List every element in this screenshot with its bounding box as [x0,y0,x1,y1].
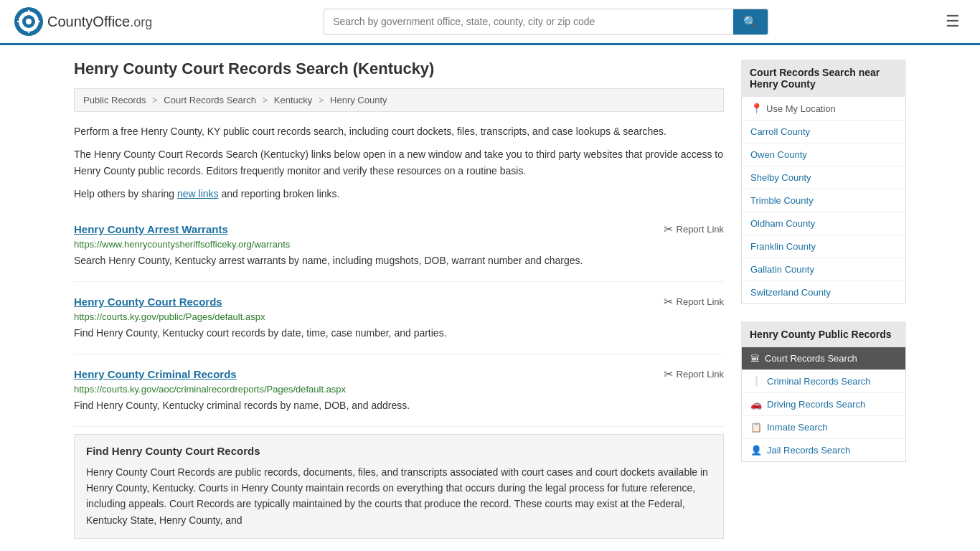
sidebar-item-trimble-county[interactable]: Trimble County [742,189,905,212]
content-area: Henry County Court Records Search (Kentu… [74,60,724,539]
find-section: Find Henry County Court Records Henry Co… [74,434,724,540]
sidebar-public-records-list: 🏛 Court Records Search ❕ Criminal Record… [741,347,906,462]
sidebar-item-shelby-county[interactable]: Shelby County [742,166,905,189]
sidebar-public-records-section: Henry County Public Records 🏛 Court Reco… [741,321,906,462]
sidebar-item-court-records-search[interactable]: 🏛 Court Records Search [742,347,905,370]
sidebar-item-driving-records-search[interactable]: 🚗 Driving Records Search [742,393,905,416]
record-entry-criminal-records: Henry County Criminal Records ✂ Report L… [74,354,724,427]
driving-records-search-icon: 🚗 [750,399,762,410]
report-link-label-court: Report Link [677,296,724,307]
report-icon: ✂ [664,222,673,236]
location-dot-icon: 📍 [750,103,763,114]
sidebar-use-location[interactable]: 📍 Use My Location [742,97,905,121]
sidebar-item-oldham-county[interactable]: Oldham County [742,212,905,235]
records-list: Henry County Arrest Warrants ✂ Report Li… [74,209,724,427]
svg-rect-5 [28,29,29,33]
record-title-arrest-warrants[interactable]: Henry County Arrest Warrants [74,223,228,235]
record-url-court-records: https://courts.ky.gov/public/Pages/defau… [74,311,724,322]
search-bar: 🔍 [324,9,768,35]
report-link-court-records[interactable]: ✂ Report Link [664,295,724,309]
svg-rect-6 [17,21,22,22]
sidebar-item-criminal-records-search[interactable]: ❕ Criminal Records Search [742,370,905,393]
svg-point-3 [26,19,32,24]
report-icon-court: ✂ [664,295,673,309]
sidebar: Court Records Search near Henry County 📍… [741,60,906,539]
record-title-criminal-records[interactable]: Henry County Criminal Records [74,368,237,380]
breadcrumb-public-records[interactable]: Public Records [83,95,146,105]
record-desc-criminal-records: Find Henry County, Kentucky criminal rec… [74,398,724,413]
sidebar-nearby-heading: Court Records Search near Henry County [741,60,906,97]
breadcrumb-court-records-search[interactable]: Court Records Search [164,95,256,105]
sidebar-item-gallatin-county[interactable]: Gallatin County [742,258,905,281]
page-title: Henry County Court Records Search (Kentu… [74,60,724,78]
header: CountyOffice.org 🔍 ☰ [0,0,980,45]
use-location-link[interactable]: 📍 Use My Location [742,97,905,120]
breadcrumb-kentucky[interactable]: Kentucky [274,95,312,105]
record-title-court-records[interactable]: Henry County Court Records [74,296,222,308]
breadcrumb-henry-county: Henry County [330,95,387,105]
record-entry-court-records: Henry County Court Records ✂ Report Link… [74,282,724,354]
report-link-label: Report Link [677,224,724,235]
sidebar-public-records-heading: Henry County Public Records [741,321,906,347]
main-container: Henry County Court Records Search (Kentu… [60,45,920,551]
intro-paragraph-1: Perform a free Henry County, KY public c… [74,123,724,139]
criminal-records-search-icon: ❕ [750,376,762,387]
intro-paragraph-2: The Henry County Court Records Search (K… [74,146,724,179]
report-link-label-criminal: Report Link [677,369,724,380]
report-link-arrest-warrants[interactable]: ✂ Report Link [664,222,724,236]
search-input[interactable] [324,10,733,33]
sidebar-item-switzerland-county[interactable]: Switzerland County [742,281,905,303]
intro-paragraph-3: Help others by sharing new links and rep… [74,186,724,202]
search-button[interactable]: 🔍 [733,9,768,34]
record-desc-arrest-warrants: Search Henry County, Kentucky arrest war… [74,253,724,268]
report-link-criminal-records[interactable]: ✂ Report Link [664,367,724,381]
sidebar-nearby-section: Court Records Search near Henry County 📍… [741,60,906,304]
logo-icon [14,7,43,36]
sidebar-item-jail-records-search[interactable]: 👤 Jail Records Search [742,439,905,461]
sidebar-item-owen-county[interactable]: Owen County [742,143,905,166]
new-links-link[interactable]: new links [177,188,219,199]
record-url-criminal-records: https://courts.ky.gov/aoc/criminalrecord… [74,384,724,395]
jail-records-search-icon: 👤 [750,445,762,456]
logo-text: CountyOffice.org [47,14,152,30]
record-header: Henry County Arrest Warrants ✂ Report Li… [74,222,724,236]
svg-rect-4 [28,10,29,14]
find-text: Henry County Court Records are public re… [86,464,712,529]
breadcrumb: Public Records > Court Records Search > … [74,88,724,112]
hamburger-menu-button[interactable]: ☰ [940,9,966,34]
find-title: Find Henry County Court Records [86,445,712,457]
record-desc-court-records: Find Henry County, Kentucky court record… [74,326,724,341]
sidebar-nearby-list: 📍 Use My Location Carroll County Owen Co… [741,97,906,304]
svg-rect-7 [36,21,40,22]
sidebar-item-carroll-county[interactable]: Carroll County [742,121,905,143]
sidebar-item-franklin-county[interactable]: Franklin County [742,235,905,258]
sidebar-item-inmate-search[interactable]: 📋 Inmate Search [742,416,905,439]
record-url-arrest-warrants: https://www.henrycountysheriffsofficeky.… [74,239,724,250]
logo-area: CountyOffice.org [14,7,152,36]
report-icon-criminal: ✂ [664,367,673,381]
court-records-search-icon: 🏛 [750,353,760,364]
inmate-search-icon: 📋 [750,422,762,433]
record-header-criminal: Henry County Criminal Records ✂ Report L… [74,367,724,381]
record-header-court: Henry County Court Records ✂ Report Link [74,295,724,309]
record-entry-arrest-warrants: Henry County Arrest Warrants ✂ Report Li… [74,209,724,282]
